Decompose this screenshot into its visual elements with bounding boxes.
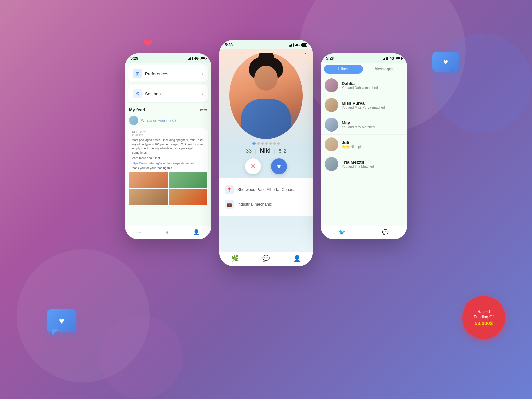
- nav-bird-icon[interactable]: 🐦: [339, 229, 345, 235]
- match-info-purva: Miss Purva You and Miss Purva matched: [342, 101, 403, 109]
- nav-home-icon[interactable]: ●: [166, 229, 169, 235]
- post-image-2: [169, 172, 207, 188]
- match-item[interactable]: Juli ⭐⭐ Nice pic: [321, 135, 407, 154]
- avatar-mey: [325, 118, 338, 132]
- match-status: You and Dahlia matched: [342, 86, 403, 90]
- match-item[interactable]: Mey You and Mey Matched: [321, 115, 407, 135]
- nav-person-icon[interactable]: 👤: [293, 255, 301, 262]
- signal-icon-3: [383, 57, 388, 60]
- match-status: You and Mey Matched: [342, 125, 403, 129]
- feed-arrows-icon: ⇐⇒: [200, 107, 207, 112]
- post-image-4: [169, 189, 207, 205]
- profile-age: 33: [246, 148, 252, 154]
- settings-chevron: ›: [202, 91, 203, 96]
- match-item[interactable]: Tria Metztli You and Tria Matched: [321, 154, 407, 174]
- my-feed-title: My feed: [129, 107, 145, 112]
- post-image-3: [129, 189, 168, 205]
- network-label-2: 4G: [295, 43, 300, 47]
- heart-icon-left: ♥: [59, 316, 65, 326]
- match-name: Miss Purva: [342, 101, 403, 106]
- phone3-status-icons: 4G: [383, 57, 402, 60]
- location-row: 📍 Sherwood Park, Alberta, Canada: [225, 182, 307, 197]
- tabs-row: Likes Messages: [324, 65, 404, 74]
- phone1-status-icons: 4G: [188, 57, 206, 60]
- match-status: You and Miss Purva matched: [342, 106, 403, 109]
- heart-icon-right: ♥: [443, 57, 448, 66]
- settings-icon: ⚙: [133, 89, 142, 98]
- profile-photo-container: [219, 49, 313, 139]
- avatar-purva: [325, 98, 338, 112]
- profile-dots: [219, 139, 313, 147]
- dot-1: [252, 142, 256, 145]
- location-icon: 📍: [225, 185, 234, 194]
- profile-photo: [229, 53, 303, 139]
- dislike-button[interactable]: ✕: [245, 158, 261, 174]
- phone3-content: Likes Messages Dahlia You and Dahlia mat…: [321, 63, 407, 226]
- dot-7: [277, 142, 280, 145]
- match-name: Juli: [342, 140, 403, 145]
- post-image-1: [129, 172, 168, 188]
- preferences-chevron: ›: [202, 71, 203, 76]
- post-options-icon[interactable]: ···: [201, 131, 205, 136]
- nav-profile-icon[interactable]: 👤: [193, 229, 200, 235]
- nav-chat-icon[interactable]: 💬: [262, 255, 270, 262]
- work-icon: 💼: [225, 200, 234, 209]
- post-learn-more: learn more about it at: [128, 156, 208, 162]
- match-item[interactable]: Dahlia You and Dahlia matched: [321, 76, 407, 95]
- occupation-row: 💼 Industrial mechanic: [225, 197, 307, 212]
- network-label-3: 4G: [390, 57, 394, 60]
- like-notification-right: ♥: [432, 52, 459, 72]
- nav-chat-active-icon[interactable]: 💬: [382, 229, 389, 235]
- phone-menu: 5:29 4G ⊞ Preferences: [125, 53, 211, 239]
- feed-input[interactable]: What's on your mind?: [141, 118, 176, 122]
- post-text: Most packaged pasta—including spaghetti,…: [128, 138, 208, 156]
- profile-photo-oval: [229, 53, 303, 139]
- dot-3: [261, 142, 264, 145]
- floating-heart-icon: ❤: [143, 37, 153, 51]
- phone3-time: 5:28: [326, 56, 334, 61]
- preferences-icon: ⊞: [133, 69, 142, 78]
- dot-4: [265, 142, 268, 145]
- phone1-time: 5:29: [130, 56, 138, 61]
- match-name: Tria Metztli: [342, 160, 403, 165]
- post-images: [128, 172, 208, 206]
- dot-6: [273, 142, 276, 145]
- occupation-text: Industrial mechanic: [237, 202, 272, 207]
- profile-height: 5' 2: [279, 148, 286, 154]
- dot-5: [269, 142, 272, 145]
- funding-badge: RaisedFunding Of 53,000$: [462, 296, 505, 339]
- avatar-juli: [325, 137, 338, 151]
- like-notification-left: ♥: [47, 309, 76, 332]
- post-link[interactable]: https://www.peta.org/living/food/is-past…: [128, 162, 208, 166]
- funding-label: RaisedFunding Of: [474, 309, 493, 320]
- nav-leaf-icon[interactable]: 🌿: [231, 255, 239, 262]
- location-text: Sherwood Park, Alberta, Canada: [237, 187, 296, 192]
- nav-dots-icon[interactable]: ···: [137, 229, 141, 235]
- profile-info-section: 📍 Sherwood Park, Alberta, Canada 💼 Indus…: [219, 178, 313, 216]
- battery-icon: [200, 57, 206, 60]
- settings-menu-item[interactable]: ⚙ Settings ›: [128, 85, 208, 102]
- tab-messages[interactable]: Messages: [364, 65, 404, 74]
- dot-2: [257, 142, 260, 145]
- match-info-dahlia: Dahlia You and Dahlia matched: [342, 81, 403, 90]
- phone2-time: 5:28: [225, 43, 233, 47]
- match-name: Dahlia: [342, 81, 403, 86]
- phone2-status-icons: 4G: [289, 43, 307, 47]
- phone1-content: ⊞ Preferences › ⚙ Settings › My feed ⇐⇒: [125, 63, 211, 226]
- preferences-menu-item[interactable]: ⊞ Preferences ›: [128, 65, 208, 82]
- match-item[interactable]: Miss Purva You and Miss Purva matched: [321, 95, 407, 115]
- feed-input-row: What's on your mind?: [125, 114, 211, 127]
- phone1-status-bar: 5:29 4G: [125, 53, 211, 63]
- more-options-button[interactable]: ⋮: [303, 52, 309, 59]
- funding-amount: 53,000$: [475, 320, 493, 326]
- phone2-status-bar: 5:28 4G: [219, 40, 313, 49]
- signal-icon: [188, 57, 193, 60]
- phones-container: 5:29 4G ⊞ Preferences: [125, 40, 407, 266]
- settings-label: Settings: [145, 91, 161, 96]
- battery-icon-2: [301, 43, 307, 47]
- like-button[interactable]: ♥: [271, 158, 287, 174]
- phone1-bottom-nav: ··· ● 👤: [125, 226, 211, 239]
- avatar-tria: [325, 157, 338, 171]
- tab-likes[interactable]: Likes: [324, 65, 363, 74]
- person-face: [254, 66, 278, 91]
